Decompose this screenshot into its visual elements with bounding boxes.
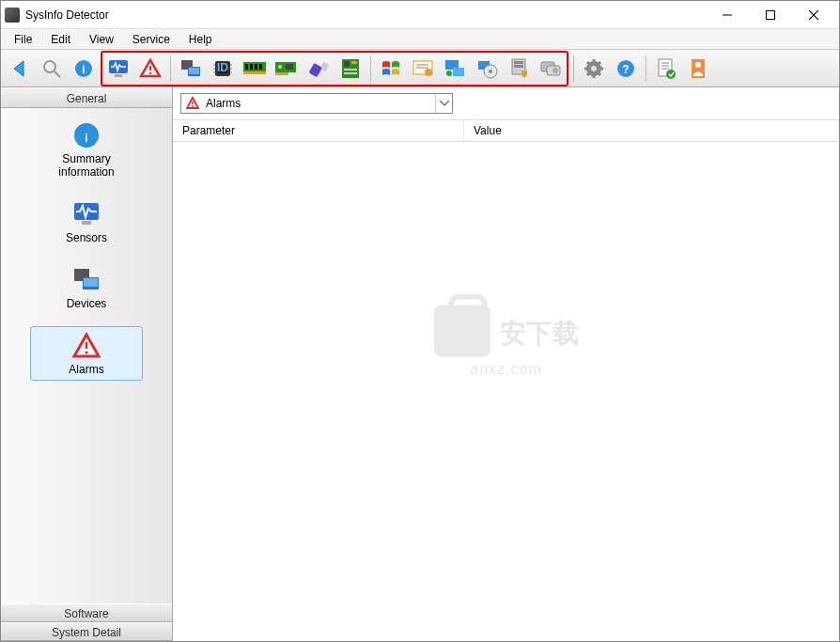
license-cert-icon bbox=[412, 59, 434, 78]
maximize-button[interactable] bbox=[749, 1, 792, 29]
gear-icon bbox=[583, 58, 604, 79]
toolbar-server-button[interactable] bbox=[504, 54, 534, 84]
toolbar-disc-button[interactable] bbox=[472, 54, 502, 84]
svg-rect-33 bbox=[275, 72, 288, 75]
menu-edit[interactable]: Edit bbox=[41, 31, 80, 48]
svg-rect-1 bbox=[767, 10, 775, 19]
usb-plug-icon bbox=[307, 57, 330, 80]
toolbar-alarms-button[interactable] bbox=[135, 54, 165, 84]
network-monitor-icon bbox=[443, 58, 466, 79]
svg-point-31 bbox=[278, 65, 282, 69]
toolbar-motherboard-button[interactable] bbox=[335, 54, 366, 84]
toolbar-search-button[interactable] bbox=[37, 54, 67, 84]
menu-file[interactable]: File bbox=[5, 31, 41, 48]
alarm-triangle-icon bbox=[185, 96, 200, 111]
svg-rect-53 bbox=[514, 65, 523, 68]
toolbar-windows-button[interactable] bbox=[376, 54, 406, 84]
sidebar: General i Summary information Sensors De… bbox=[1, 87, 173, 641]
toolbar-devices-button[interactable] bbox=[176, 54, 206, 84]
svg-rect-26 bbox=[250, 64, 253, 70]
cpu-id-chip-icon: ID bbox=[211, 57, 234, 80]
info-blue-icon: i bbox=[71, 120, 101, 150]
svg-rect-82 bbox=[84, 278, 98, 287]
nav-item-alarms[interactable]: Alarms bbox=[30, 326, 143, 381]
hard-drives-icon bbox=[539, 58, 562, 79]
svg-point-84 bbox=[85, 351, 87, 353]
toolbar-expansion-button[interactable] bbox=[272, 54, 302, 84]
toolbar-cpu-button[interactable]: ID bbox=[208, 54, 238, 84]
toolbar-sensors-button[interactable] bbox=[103, 54, 133, 84]
svg-rect-46 bbox=[453, 68, 464, 76]
toolbar-back-button[interactable] bbox=[5, 54, 35, 84]
svg-point-56 bbox=[552, 68, 558, 73]
title-bar: SysInfo Detector bbox=[1, 1, 839, 29]
menu-help[interactable]: Help bbox=[179, 31, 222, 48]
combo-value: Alarms bbox=[204, 97, 435, 110]
info-icon: i bbox=[73, 58, 94, 79]
svg-line-5 bbox=[54, 71, 60, 77]
nav-label: Sensors bbox=[66, 231, 107, 244]
menu-service[interactable]: Service bbox=[123, 31, 179, 48]
column-value[interactable]: Value bbox=[464, 120, 839, 141]
svg-point-75 bbox=[695, 62, 701, 68]
monitor-wave-icon bbox=[107, 57, 130, 80]
section-header-software[interactable]: Software bbox=[1, 603, 172, 622]
menu-view[interactable]: View bbox=[80, 31, 123, 48]
toolbar-drives-button[interactable] bbox=[536, 54, 566, 84]
close-button[interactable] bbox=[792, 1, 835, 29]
toolbar-profile-button[interactable] bbox=[683, 54, 713, 84]
table-header: Parameter Value bbox=[173, 119, 839, 142]
monitor-wave-icon bbox=[71, 199, 101, 229]
svg-point-47 bbox=[446, 70, 452, 76]
svg-rect-79 bbox=[82, 221, 91, 225]
user-profile-icon bbox=[690, 57, 707, 80]
view-selector-combo[interactable]: Alarms bbox=[180, 93, 453, 114]
svg-point-4 bbox=[44, 61, 55, 72]
nav-label: Devices bbox=[67, 297, 107, 310]
chevron-down-icon bbox=[435, 94, 452, 113]
svg-rect-32 bbox=[286, 64, 293, 70]
disc-drive-icon bbox=[475, 58, 498, 79]
svg-rect-25 bbox=[245, 64, 248, 70]
alarm-triangle-icon bbox=[71, 331, 101, 361]
menu-bar: File Edit View Service Help bbox=[1, 29, 839, 50]
back-arrow-icon bbox=[8, 57, 31, 80]
svg-point-11 bbox=[149, 71, 151, 73]
nav-item-summary[interactable]: i Summary information bbox=[30, 116, 143, 183]
svg-point-58 bbox=[591, 66, 597, 71]
svg-line-66 bbox=[599, 62, 600, 64]
svg-line-63 bbox=[587, 62, 589, 64]
toolbar-settings-button[interactable] bbox=[579, 54, 609, 84]
content-area: General i Summary information Sensors De… bbox=[1, 87, 839, 641]
svg-rect-27 bbox=[255, 64, 257, 70]
section-header-system-detail[interactable]: System Detail bbox=[1, 622, 172, 641]
toolbar-separator bbox=[370, 55, 371, 82]
svg-point-44 bbox=[425, 69, 432, 76]
section-header-general[interactable]: General bbox=[1, 87, 172, 108]
toolbar-usb-button[interactable] bbox=[303, 54, 334, 84]
toolbar-license-button[interactable] bbox=[408, 54, 438, 84]
toolbar-info-button[interactable]: i bbox=[69, 54, 99, 84]
svg-line-64 bbox=[599, 73, 600, 75]
toolbar: i ID bbox=[1, 50, 839, 87]
svg-rect-9 bbox=[115, 74, 122, 77]
toolbar-memory-button[interactable] bbox=[240, 54, 270, 84]
app-icon bbox=[5, 8, 20, 23]
toolbar-help-button[interactable]: ? bbox=[611, 54, 641, 84]
server-shield-icon bbox=[508, 57, 529, 80]
watermark: 安下载 anxz.com bbox=[434, 305, 579, 378]
toolbar-separator bbox=[170, 55, 171, 82]
nav-label: Alarms bbox=[69, 363, 103, 376]
svg-point-73 bbox=[666, 70, 676, 79]
toolbar-separator bbox=[646, 55, 646, 82]
nav-item-devices[interactable]: Devices bbox=[30, 260, 143, 315]
minimize-button[interactable] bbox=[706, 1, 749, 29]
toolbar-network-button[interactable] bbox=[440, 54, 470, 84]
nav-item-sensors[interactable]: Sensors bbox=[30, 195, 143, 249]
search-icon bbox=[41, 58, 62, 79]
nav-label: Summary information bbox=[35, 152, 138, 179]
toolbar-report-button[interactable] bbox=[651, 54, 681, 84]
svg-line-65 bbox=[587, 73, 589, 75]
column-parameter[interactable]: Parameter bbox=[173, 120, 464, 141]
motherboard-icon bbox=[340, 57, 361, 80]
